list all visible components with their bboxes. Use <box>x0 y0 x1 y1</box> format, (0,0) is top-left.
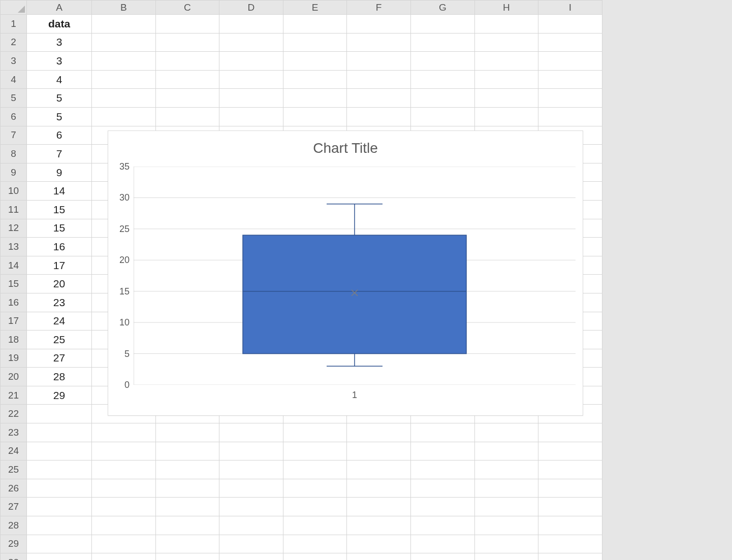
row-header-10[interactable]: 10 <box>1 182 27 201</box>
row-header-27[interactable]: 27 <box>1 498 27 516</box>
cell-C4[interactable] <box>155 70 219 89</box>
cell-A27[interactable] <box>27 498 92 516</box>
cell-E1[interactable] <box>283 15 347 34</box>
row-header-21[interactable]: 21 <box>1 386 27 405</box>
cell-G3[interactable] <box>410 52 474 71</box>
cell-F25[interactable] <box>347 460 411 479</box>
cell-G4[interactable] <box>410 70 474 89</box>
row-header-7[interactable]: 7 <box>1 126 27 145</box>
cell-G23[interactable] <box>410 423 474 442</box>
cell-I30[interactable] <box>538 553 602 560</box>
cell-E30[interactable] <box>283 553 347 560</box>
cell-C29[interactable] <box>155 535 219 553</box>
column-header-E[interactable]: E <box>283 1 347 15</box>
cell-B26[interactable] <box>92 479 156 498</box>
cell-A23[interactable] <box>27 423 92 442</box>
row-header-29[interactable]: 29 <box>1 535 27 553</box>
cell-D2[interactable] <box>219 33 283 52</box>
row-header-30[interactable]: 30 <box>1 553 27 560</box>
cell-C25[interactable] <box>155 460 219 479</box>
cell-B2[interactable] <box>92 33 156 52</box>
cell-F29[interactable] <box>347 535 411 553</box>
row-header-2[interactable]: 2 <box>1 33 27 52</box>
cell-C1[interactable] <box>155 15 219 34</box>
cell-A28[interactable] <box>27 516 92 535</box>
cell-D4[interactable] <box>219 70 283 89</box>
cell-H25[interactable] <box>474 460 538 479</box>
cell-F4[interactable] <box>347 70 411 89</box>
cell-A19[interactable]: 27 <box>27 349 92 368</box>
column-header-C[interactable]: C <box>155 1 219 15</box>
cell-A8[interactable]: 7 <box>27 145 92 163</box>
cell-E23[interactable] <box>283 423 347 442</box>
cell-A4[interactable]: 4 <box>27 70 92 89</box>
cell-E3[interactable] <box>283 52 347 71</box>
row-header-12[interactable]: 12 <box>1 219 27 238</box>
cell-C26[interactable] <box>155 479 219 498</box>
cell-I26[interactable] <box>538 479 602 498</box>
cell-G25[interactable] <box>410 460 474 479</box>
cell-B6[interactable] <box>92 107 156 126</box>
cell-H27[interactable] <box>474 498 538 516</box>
cell-C30[interactable] <box>155 553 219 560</box>
cell-B5[interactable] <box>92 89 156 108</box>
cell-G27[interactable] <box>410 498 474 516</box>
cell-H6[interactable] <box>474 107 538 126</box>
cell-I1[interactable] <box>538 15 602 34</box>
cell-E26[interactable] <box>283 479 347 498</box>
column-header-I[interactable]: I <box>538 1 602 15</box>
cell-G6[interactable] <box>410 107 474 126</box>
cell-B24[interactable] <box>92 442 156 460</box>
cell-F30[interactable] <box>347 553 411 560</box>
cell-D29[interactable] <box>219 535 283 553</box>
cell-G5[interactable] <box>410 89 474 108</box>
cell-A21[interactable]: 29 <box>27 386 92 405</box>
cell-A22[interactable] <box>27 405 92 423</box>
cell-B30[interactable] <box>92 553 156 560</box>
cell-E25[interactable] <box>283 460 347 479</box>
cell-F28[interactable] <box>347 516 411 535</box>
cell-G28[interactable] <box>410 516 474 535</box>
cell-A7[interactable]: 6 <box>27 126 92 145</box>
cell-G30[interactable] <box>410 553 474 560</box>
cell-F24[interactable] <box>347 442 411 460</box>
cell-A11[interactable]: 15 <box>27 200 92 219</box>
row-header-22[interactable]: 22 <box>1 405 27 423</box>
cell-H5[interactable] <box>474 89 538 108</box>
cell-F27[interactable] <box>347 498 411 516</box>
cell-I6[interactable] <box>538 107 602 126</box>
cell-H29[interactable] <box>474 535 538 553</box>
cell-A15[interactable]: 20 <box>27 275 92 293</box>
cell-H3[interactable] <box>474 52 538 71</box>
cell-B4[interactable] <box>92 70 156 89</box>
row-header-16[interactable]: 16 <box>1 293 27 312</box>
cell-A16[interactable]: 23 <box>27 293 92 312</box>
cell-I25[interactable] <box>538 460 602 479</box>
cell-C5[interactable] <box>155 89 219 108</box>
cell-H23[interactable] <box>474 423 538 442</box>
cell-B1[interactable] <box>92 15 156 34</box>
cell-E24[interactable] <box>283 442 347 460</box>
cell-I3[interactable] <box>538 52 602 71</box>
cell-I5[interactable] <box>538 89 602 108</box>
cell-B25[interactable] <box>92 460 156 479</box>
row-header-26[interactable]: 26 <box>1 479 27 498</box>
column-header-H[interactable]: H <box>474 1 538 15</box>
cell-H30[interactable] <box>474 553 538 560</box>
cell-I4[interactable] <box>538 70 602 89</box>
cell-B23[interactable] <box>92 423 156 442</box>
cell-A10[interactable]: 14 <box>27 182 92 201</box>
cell-F6[interactable] <box>347 107 411 126</box>
column-header-B[interactable]: B <box>92 1 156 15</box>
cell-A24[interactable] <box>27 442 92 460</box>
cell-A17[interactable]: 24 <box>27 312 92 331</box>
cell-I28[interactable] <box>538 516 602 535</box>
cell-E28[interactable] <box>283 516 347 535</box>
cell-A3[interactable]: 3 <box>27 52 92 71</box>
cell-D26[interactable] <box>219 479 283 498</box>
row-header-5[interactable]: 5 <box>1 89 27 108</box>
cell-G26[interactable] <box>410 479 474 498</box>
cell-A2[interactable]: 3 <box>27 33 92 52</box>
row-header-14[interactable]: 14 <box>1 256 27 275</box>
cell-E2[interactable] <box>283 33 347 52</box>
